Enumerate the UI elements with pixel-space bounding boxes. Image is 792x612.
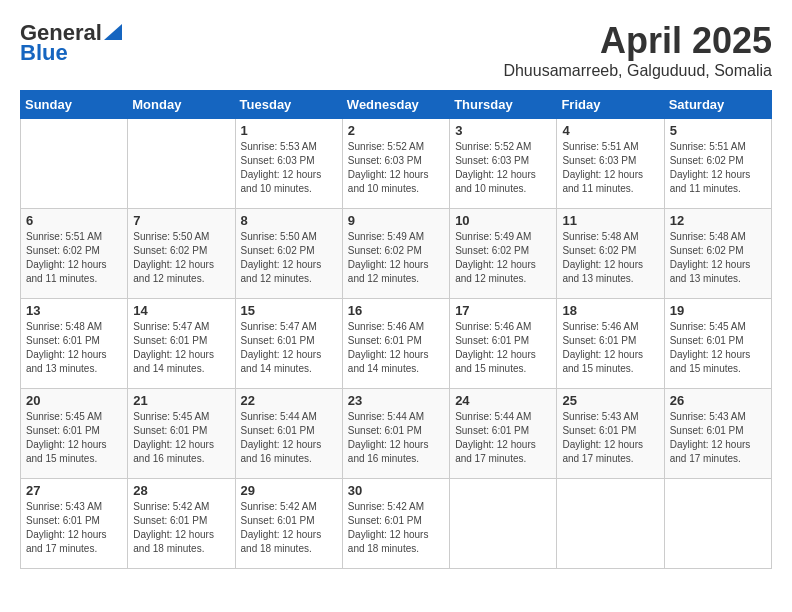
- svg-marker-0: [104, 24, 122, 40]
- cell-info: Sunrise: 5:47 AMSunset: 6:01 PMDaylight:…: [241, 320, 337, 376]
- cell-info: Sunrise: 5:49 AMSunset: 6:02 PMDaylight:…: [348, 230, 444, 286]
- weekday-header-thursday: Thursday: [450, 91, 557, 119]
- cell-info: Sunrise: 5:46 AMSunset: 6:01 PMDaylight:…: [562, 320, 658, 376]
- cell-info: Sunrise: 5:44 AMSunset: 6:01 PMDaylight:…: [348, 410, 444, 466]
- cell-info: Sunrise: 5:50 AMSunset: 6:02 PMDaylight:…: [133, 230, 229, 286]
- day-number: 10: [455, 213, 551, 228]
- cell-info: Sunrise: 5:44 AMSunset: 6:01 PMDaylight:…: [455, 410, 551, 466]
- calendar-week-row: 27Sunrise: 5:43 AMSunset: 6:01 PMDayligh…: [21, 479, 772, 569]
- calendar-cell: 21Sunrise: 5:45 AMSunset: 6:01 PMDayligh…: [128, 389, 235, 479]
- day-number: 27: [26, 483, 122, 498]
- calendar-cell: 27Sunrise: 5:43 AMSunset: 6:01 PMDayligh…: [21, 479, 128, 569]
- calendar-cell: 12Sunrise: 5:48 AMSunset: 6:02 PMDayligh…: [664, 209, 771, 299]
- logo: General Blue: [20, 20, 122, 66]
- day-number: 21: [133, 393, 229, 408]
- day-number: 20: [26, 393, 122, 408]
- calendar-cell: 16Sunrise: 5:46 AMSunset: 6:01 PMDayligh…: [342, 299, 449, 389]
- cell-info: Sunrise: 5:43 AMSunset: 6:01 PMDaylight:…: [26, 500, 122, 556]
- day-number: 8: [241, 213, 337, 228]
- cell-info: Sunrise: 5:50 AMSunset: 6:02 PMDaylight:…: [241, 230, 337, 286]
- calendar-cell: 23Sunrise: 5:44 AMSunset: 6:01 PMDayligh…: [342, 389, 449, 479]
- weekday-header-wednesday: Wednesday: [342, 91, 449, 119]
- calendar-week-row: 6Sunrise: 5:51 AMSunset: 6:02 PMDaylight…: [21, 209, 772, 299]
- day-number: 7: [133, 213, 229, 228]
- day-number: 30: [348, 483, 444, 498]
- calendar-week-row: 13Sunrise: 5:48 AMSunset: 6:01 PMDayligh…: [21, 299, 772, 389]
- calendar-cell: 22Sunrise: 5:44 AMSunset: 6:01 PMDayligh…: [235, 389, 342, 479]
- calendar-cell: 13Sunrise: 5:48 AMSunset: 6:01 PMDayligh…: [21, 299, 128, 389]
- cell-info: Sunrise: 5:45 AMSunset: 6:01 PMDaylight:…: [26, 410, 122, 466]
- day-number: 24: [455, 393, 551, 408]
- day-number: 19: [670, 303, 766, 318]
- cell-info: Sunrise: 5:43 AMSunset: 6:01 PMDaylight:…: [562, 410, 658, 466]
- calendar-week-row: 1Sunrise: 5:53 AMSunset: 6:03 PMDaylight…: [21, 119, 772, 209]
- calendar-cell: 11Sunrise: 5:48 AMSunset: 6:02 PMDayligh…: [557, 209, 664, 299]
- day-number: 3: [455, 123, 551, 138]
- cell-info: Sunrise: 5:48 AMSunset: 6:01 PMDaylight:…: [26, 320, 122, 376]
- calendar-cell: 10Sunrise: 5:49 AMSunset: 6:02 PMDayligh…: [450, 209, 557, 299]
- day-number: 13: [26, 303, 122, 318]
- calendar-cell: [128, 119, 235, 209]
- cell-info: Sunrise: 5:52 AMSunset: 6:03 PMDaylight:…: [348, 140, 444, 196]
- calendar-cell: [450, 479, 557, 569]
- cell-info: Sunrise: 5:45 AMSunset: 6:01 PMDaylight:…: [133, 410, 229, 466]
- calendar-cell: 24Sunrise: 5:44 AMSunset: 6:01 PMDayligh…: [450, 389, 557, 479]
- calendar-cell: 29Sunrise: 5:42 AMSunset: 6:01 PMDayligh…: [235, 479, 342, 569]
- day-number: 29: [241, 483, 337, 498]
- weekday-header-monday: Monday: [128, 91, 235, 119]
- calendar-cell: 5Sunrise: 5:51 AMSunset: 6:02 PMDaylight…: [664, 119, 771, 209]
- calendar-cell: 20Sunrise: 5:45 AMSunset: 6:01 PMDayligh…: [21, 389, 128, 479]
- cell-info: Sunrise: 5:44 AMSunset: 6:01 PMDaylight:…: [241, 410, 337, 466]
- calendar-cell: 25Sunrise: 5:43 AMSunset: 6:01 PMDayligh…: [557, 389, 664, 479]
- cell-info: Sunrise: 5:52 AMSunset: 6:03 PMDaylight:…: [455, 140, 551, 196]
- cell-info: Sunrise: 5:51 AMSunset: 6:02 PMDaylight:…: [670, 140, 766, 196]
- calendar-cell: 1Sunrise: 5:53 AMSunset: 6:03 PMDaylight…: [235, 119, 342, 209]
- day-number: 14: [133, 303, 229, 318]
- day-number: 28: [133, 483, 229, 498]
- logo-icon: [104, 22, 122, 40]
- calendar-cell: 2Sunrise: 5:52 AMSunset: 6:03 PMDaylight…: [342, 119, 449, 209]
- calendar-cell: 14Sunrise: 5:47 AMSunset: 6:01 PMDayligh…: [128, 299, 235, 389]
- cell-info: Sunrise: 5:46 AMSunset: 6:01 PMDaylight:…: [455, 320, 551, 376]
- calendar-week-row: 20Sunrise: 5:45 AMSunset: 6:01 PMDayligh…: [21, 389, 772, 479]
- calendar-cell: 4Sunrise: 5:51 AMSunset: 6:03 PMDaylight…: [557, 119, 664, 209]
- cell-info: Sunrise: 5:42 AMSunset: 6:01 PMDaylight:…: [133, 500, 229, 556]
- logo-blue-text: Blue: [20, 40, 68, 66]
- month-title: April 2025: [503, 20, 772, 62]
- calendar-cell: 6Sunrise: 5:51 AMSunset: 6:02 PMDaylight…: [21, 209, 128, 299]
- cell-info: Sunrise: 5:46 AMSunset: 6:01 PMDaylight:…: [348, 320, 444, 376]
- calendar-cell: [557, 479, 664, 569]
- day-number: 11: [562, 213, 658, 228]
- weekday-header-tuesday: Tuesday: [235, 91, 342, 119]
- day-number: 5: [670, 123, 766, 138]
- cell-info: Sunrise: 5:43 AMSunset: 6:01 PMDaylight:…: [670, 410, 766, 466]
- day-number: 6: [26, 213, 122, 228]
- day-number: 26: [670, 393, 766, 408]
- calendar-cell: 8Sunrise: 5:50 AMSunset: 6:02 PMDaylight…: [235, 209, 342, 299]
- calendar-cell: 17Sunrise: 5:46 AMSunset: 6:01 PMDayligh…: [450, 299, 557, 389]
- day-number: 17: [455, 303, 551, 318]
- day-number: 23: [348, 393, 444, 408]
- day-number: 25: [562, 393, 658, 408]
- cell-info: Sunrise: 5:48 AMSunset: 6:02 PMDaylight:…: [670, 230, 766, 286]
- calendar-cell: 30Sunrise: 5:42 AMSunset: 6:01 PMDayligh…: [342, 479, 449, 569]
- calendar-cell: [21, 119, 128, 209]
- calendar-table: SundayMondayTuesdayWednesdayThursdayFrid…: [20, 90, 772, 569]
- cell-info: Sunrise: 5:42 AMSunset: 6:01 PMDaylight:…: [241, 500, 337, 556]
- title-section: April 2025 Dhuusamarreeb, Galguduud, Som…: [503, 20, 772, 80]
- weekday-header-sunday: Sunday: [21, 91, 128, 119]
- calendar-cell: 9Sunrise: 5:49 AMSunset: 6:02 PMDaylight…: [342, 209, 449, 299]
- calendar-cell: 15Sunrise: 5:47 AMSunset: 6:01 PMDayligh…: [235, 299, 342, 389]
- weekday-header-row: SundayMondayTuesdayWednesdayThursdayFrid…: [21, 91, 772, 119]
- day-number: 2: [348, 123, 444, 138]
- calendar-cell: 3Sunrise: 5:52 AMSunset: 6:03 PMDaylight…: [450, 119, 557, 209]
- calendar-cell: 18Sunrise: 5:46 AMSunset: 6:01 PMDayligh…: [557, 299, 664, 389]
- day-number: 12: [670, 213, 766, 228]
- weekday-header-saturday: Saturday: [664, 91, 771, 119]
- cell-info: Sunrise: 5:49 AMSunset: 6:02 PMDaylight:…: [455, 230, 551, 286]
- cell-info: Sunrise: 5:48 AMSunset: 6:02 PMDaylight:…: [562, 230, 658, 286]
- day-number: 9: [348, 213, 444, 228]
- day-number: 4: [562, 123, 658, 138]
- day-number: 18: [562, 303, 658, 318]
- calendar-cell: 26Sunrise: 5:43 AMSunset: 6:01 PMDayligh…: [664, 389, 771, 479]
